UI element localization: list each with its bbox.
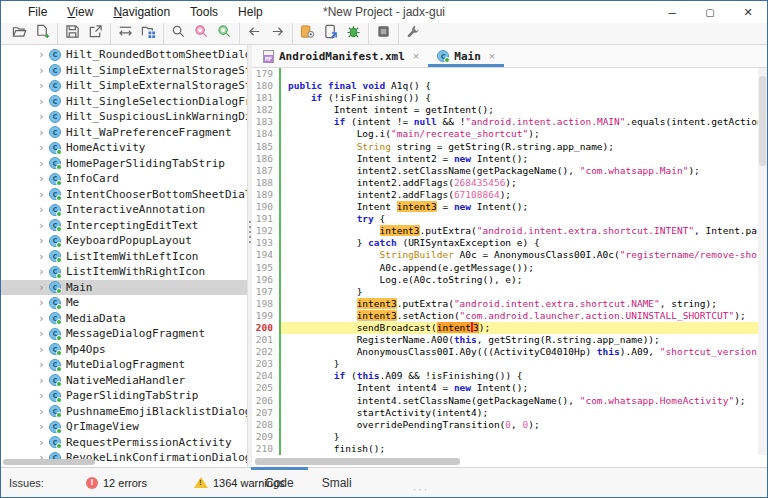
code-line-201[interactable]: 201 RegisterName.A00(this, getString(R.s… [252, 334, 758, 346]
tree-item-InteractiveAnnotation[interactable]: ›cInteractiveAnnotation [1, 202, 247, 218]
tree-item-NativeMediaHandler[interactable]: ›cNativeMediaHandler [1, 373, 247, 389]
tree-item-HomeActivity[interactable]: ›cHomeActivity [1, 140, 247, 156]
tree-item-RequestPermissionActivity[interactable]: ›cRequestPermissionActivity [1, 435, 247, 451]
expand-chevron-icon[interactable]: › [38, 282, 49, 293]
expand-chevron-icon[interactable]: › [38, 204, 49, 215]
code-line-209[interactable]: 209 } [252, 431, 758, 443]
menu-view[interactable]: View [58, 1, 102, 23]
expand-chevron-icon[interactable]: › [38, 111, 49, 122]
editor-tab-Main[interactable]: cMain× [428, 45, 504, 67]
expand-chevron-icon[interactable]: › [38, 359, 49, 370]
deobfuscation-button[interactable] [296, 24, 319, 44]
add-files-button[interactable] [31, 24, 54, 44]
code-line-190[interactable]: 190 Intent intent3 = new Intent(); [252, 201, 758, 213]
expand-chevron-icon[interactable]: › [38, 328, 49, 339]
code-line-197[interactable]: 197 } [252, 286, 758, 298]
expand-chevron-icon[interactable]: › [38, 266, 49, 277]
code-line-202[interactable]: 202 AnonymousClass00I.A0y(((ActivityC040… [252, 346, 758, 358]
flat-packages-button[interactable] [137, 24, 160, 44]
tree-item-MessageDialogFragment[interactable]: ›cMessageDialogFragment [1, 326, 247, 342]
code-line-186[interactable]: 186 Intent intent2 = new Intent(); [252, 153, 758, 165]
expand-chevron-icon[interactable]: › [38, 297, 49, 308]
code-line-181[interactable]: 181 if (!isFinishing()) { [252, 92, 758, 104]
tab-close-icon[interactable]: × [413, 50, 419, 62]
tree-item-Main[interactable]: ›cMain [1, 280, 247, 296]
tree-item-Hilt_WaPreferenceFragment[interactable]: ›cHilt_WaPreferenceFragment [1, 125, 247, 141]
menu-tools[interactable]: Tools [181, 1, 227, 23]
tree-item-PagerSlidingTabStrip[interactable]: ›cPagerSlidingTabStrip [1, 388, 247, 404]
tree-item-ListItemWithRightIcon[interactable]: ›cListItemWithRightIcon [1, 264, 247, 280]
search-class-button[interactable] [190, 24, 213, 44]
code-line-184[interactable]: 184 Log.i("main/recreate_shortcut"); [252, 128, 758, 140]
expand-chevron-icon[interactable]: › [38, 437, 49, 448]
code-line-206[interactable]: 206 intent4.setClassName(getPackageName(… [252, 395, 758, 407]
editor-horizontal-scrollbar[interactable] [252, 458, 758, 465]
expand-chevron-icon[interactable]: › [38, 406, 49, 417]
code-line-196[interactable]: 196 Log.e(A0c.toString(), e); [252, 274, 758, 286]
expand-chevron-icon[interactable]: › [38, 251, 49, 262]
expand-chevron-icon[interactable]: › [38, 421, 49, 432]
code-line-203[interactable]: 203 } [252, 358, 758, 370]
expand-chevron-icon[interactable]: › [38, 313, 49, 324]
code-line-185[interactable]: 185 String string = getString(R.string.a… [252, 141, 758, 153]
debugger-button[interactable] [342, 24, 365, 44]
menu-help[interactable]: Help [229, 1, 272, 23]
expand-chevron-icon[interactable]: › [38, 173, 49, 184]
minimize-button[interactable]: – [653, 1, 691, 23]
v-scroll-thumb[interactable] [759, 76, 766, 166]
code-area[interactable]: 179180public final void A1q() {181 if (!… [252, 68, 758, 455]
tree-item-MuteDialogFragment[interactable]: ›cMuteDialogFragment [1, 357, 247, 373]
code-line-192[interactable]: 192 intent3.putExtra("android.intent.ext… [252, 225, 758, 237]
export-button[interactable] [84, 24, 107, 44]
expand-chevron-icon[interactable]: › [38, 235, 49, 246]
code-line-208[interactable]: 208 overridePendingTransition(0, 0); [252, 419, 758, 431]
code-line-188[interactable]: 188 intent2.addFlags(268435456); [252, 177, 758, 189]
tree-item-Hilt_SimpleExternalStorageSt[interactable]: ›cHilt_SimpleExternalStorageSt [1, 63, 247, 79]
tree-item-Hilt_SingleSelectionDialogFr[interactable]: ›cHilt_SingleSelectionDialogFr [1, 94, 247, 110]
code-line-204[interactable]: 204 if (this.A09 && !isFinishing()) { [252, 370, 758, 382]
code-line-194[interactable]: 194 StringBuilder A0c = AnonymousClass00… [252, 249, 758, 261]
tree-item-Hilt_SimpleExternalStorageSt[interactable]: ›cHilt_SimpleExternalStorageSt [1, 78, 247, 94]
expand-chevron-icon[interactable]: › [38, 220, 49, 231]
code-line-198[interactable]: 198 intent3.putExtra("android.intent.ext… [252, 298, 758, 310]
preferences-button[interactable] [402, 24, 425, 44]
expand-chevron-icon[interactable]: › [38, 344, 49, 355]
tree-item-Hilt_SuspiciousLinkWarningDi[interactable]: ›cHilt_SuspiciousLinkWarningDi [1, 109, 247, 125]
expand-chevron-icon[interactable]: › [38, 375, 49, 386]
open-file-button[interactable] [8, 24, 31, 44]
code-line-183[interactable]: 183 if (intent != null && !"android.inte… [252, 116, 758, 128]
adb-device-button[interactable] [319, 24, 342, 44]
menu-navigation[interactable]: Navigation [104, 1, 179, 23]
tree-item-HomePagerSlidingTabStrip[interactable]: ›cHomePagerSlidingTabStrip [1, 156, 247, 172]
expand-chevron-icon[interactable]: › [38, 96, 49, 107]
menu-file[interactable]: File [19, 1, 56, 23]
tree-item-Hilt_RoundedBottomSheetDialo[interactable]: ›cHilt_RoundedBottomSheetDialo [1, 47, 247, 63]
back-button[interactable] [243, 24, 266, 44]
tree-item-MediaData[interactable]: ›cMediaData [1, 311, 247, 327]
code-line-210[interactable]: 210 finish(); [252, 443, 758, 455]
code-line-195[interactable]: 195 A0c.append(e.getMessage()); [252, 262, 758, 274]
tree-item-IntentChooserBottomSheetDial[interactable]: ›cIntentChooserBottomSheetDial [1, 187, 247, 203]
tree-item-KeyboardPopupLayout[interactable]: ›cKeyboardPopupLayout [1, 233, 247, 249]
view-tab-code[interactable]: Code [251, 468, 308, 497]
close-button[interactable]: ✕ [729, 1, 767, 23]
code-line-193[interactable]: 193 } catch (URISyntaxException e) { [252, 237, 758, 249]
editor-vertical-scrollbar[interactable] [758, 68, 767, 455]
code-line-199[interactable]: 199 intent3.setAction("com.android.launc… [252, 310, 758, 322]
log-viewer-button[interactable] [372, 24, 395, 44]
errors-indicator[interactable]: ! 12 errors [86, 468, 147, 497]
tree-item-Me[interactable]: ›cMe [1, 295, 247, 311]
search-text-button[interactable] [167, 24, 190, 44]
expand-chevron-icon[interactable]: › [38, 142, 49, 153]
code-line-182[interactable]: 182 Intent intent = getIntent(); [252, 104, 758, 116]
code-line-191[interactable]: 191 try { [252, 213, 758, 225]
code-line-200[interactable]: 200 sendBroadcast(intent3); [252, 322, 758, 334]
expand-chevron-icon[interactable]: › [38, 189, 49, 200]
code-line-189[interactable]: 189 intent2.addFlags(67108864); [252, 189, 758, 201]
expand-chevron-icon[interactable]: › [38, 80, 49, 91]
reload-button[interactable] [114, 24, 137, 44]
tree-item-PushnameEmojiBlacklistDialog[interactable]: ›cPushnameEmojiBlacklistDialog [1, 404, 247, 420]
expand-chevron-icon[interactable]: › [38, 127, 49, 138]
code-line-179[interactable]: 179 [252, 68, 758, 80]
expand-chevron-icon[interactable]: › [38, 390, 49, 401]
